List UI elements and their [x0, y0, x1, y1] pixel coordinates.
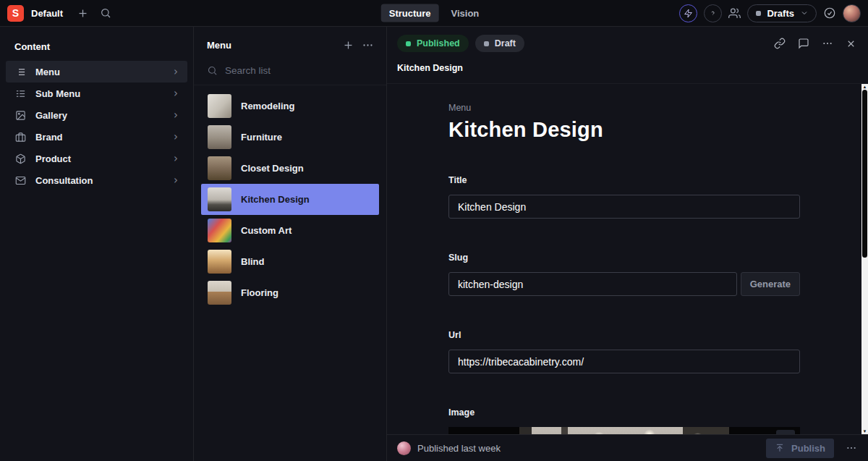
- publish-icon: [775, 443, 785, 453]
- publish-button[interactable]: Publish: [766, 439, 834, 458]
- close-icon[interactable]: [846, 38, 856, 49]
- list-item-remodeling[interactable]: Remodeling: [201, 90, 379, 122]
- search-icon: [207, 65, 218, 76]
- list-item-kitchen-design[interactable]: Kitchen Design: [201, 184, 379, 215]
- sidebar-item-menu[interactable]: Menu ›: [6, 61, 187, 83]
- document-thumbnail: [208, 187, 231, 211]
- document-heading: Kitchen Design: [448, 118, 800, 142]
- published-badge[interactable]: Published: [397, 35, 469, 52]
- image-menu-button[interactable]: [776, 430, 795, 434]
- tab-vision[interactable]: Vision: [443, 4, 488, 22]
- document-title: Flooring: [241, 287, 278, 298]
- plus-icon: [77, 7, 89, 20]
- sidebar-item-label: Sub Menu: [35, 88, 174, 99]
- title-field-label: Title: [448, 175, 800, 185]
- list-menu-button[interactable]: [358, 35, 378, 55]
- help-button[interactable]: [704, 4, 722, 22]
- draft-badge-label: Draft: [495, 38, 516, 48]
- slug-field-label: Slug: [448, 253, 800, 263]
- url-input[interactable]: [448, 350, 800, 373]
- new-document-button[interactable]: [73, 4, 93, 23]
- image-field-label: Image: [448, 407, 800, 418]
- scrollbar[interactable]: ▲ ▼: [861, 84, 868, 434]
- chevron-right-icon: ›: [174, 153, 178, 164]
- sub-list-icon: [15, 88, 26, 99]
- search-icon: [100, 7, 111, 19]
- package-icon: [15, 153, 26, 164]
- create-document-button[interactable]: [339, 35, 358, 55]
- sidebar-item-label: Brand: [35, 132, 174, 143]
- url-field-label: Url: [448, 330, 800, 340]
- workspace-name[interactable]: Default: [31, 8, 63, 19]
- slug-input[interactable]: [448, 272, 737, 296]
- document-title: Kitchen Design: [241, 194, 310, 205]
- document-thumbnail: [208, 125, 231, 149]
- editor-footer: Published last week Publish: [387, 434, 868, 461]
- actions-button[interactable]: [679, 4, 697, 22]
- document-title: Closet Design: [241, 163, 304, 174]
- sidebar-title: Content: [0, 31, 193, 61]
- copy-link-icon[interactable]: [774, 38, 786, 49]
- publish-button-label: Publish: [791, 443, 825, 454]
- content-sidebar: Content Menu › Sub Menu › Gallery ›: [0, 27, 194, 461]
- list-item-blind[interactable]: Blind: [201, 246, 379, 277]
- document-thumbnail: [208, 250, 231, 274]
- list-item-furniture[interactable]: Furniture: [201, 122, 379, 153]
- list-item-closet-design[interactable]: Closet Design: [201, 153, 379, 184]
- envelope-icon: [15, 175, 26, 186]
- search-button[interactable]: [95, 4, 115, 23]
- ellipsis-icon: [846, 442, 857, 454]
- list-search[interactable]: [194, 59, 386, 85]
- tool-tabs: Structure Vision: [381, 4, 488, 22]
- document-title: Custom Art: [241, 225, 292, 236]
- users-button[interactable]: [728, 4, 741, 23]
- document-menu-icon[interactable]: [822, 38, 833, 49]
- document-thumbnail: [208, 281, 231, 305]
- perspective-selector[interactable]: Drafts: [747, 4, 817, 22]
- document-list: Remodeling Furniture Closet Design Kitch…: [194, 85, 386, 313]
- sidebar-item-sub-menu[interactable]: Sub Menu ›: [6, 83, 187, 104]
- footer-menu-button[interactable]: [841, 439, 861, 458]
- scroll-up-arrow-icon[interactable]: ▲: [861, 84, 868, 90]
- top-bar: S Default Structure Vision: [0, 0, 868, 27]
- user-avatar[interactable]: [843, 4, 861, 22]
- sanity-logo[interactable]: S: [7, 5, 24, 22]
- document-type-label: Menu: [448, 103, 800, 113]
- breadcrumb[interactable]: Kitchen Design: [397, 63, 463, 73]
- kitchen-image: [519, 427, 729, 434]
- list-item-flooring[interactable]: Flooring: [201, 277, 379, 308]
- search-input[interactable]: [225, 65, 348, 76]
- sidebar-item-gallery[interactable]: Gallery ›: [6, 104, 187, 126]
- scroll-down-arrow-icon[interactable]: ▼: [861, 428, 868, 434]
- sidebar-item-product[interactable]: Product ›: [6, 148, 187, 169]
- tab-structure[interactable]: Structure: [381, 4, 439, 22]
- draft-badge[interactable]: Draft: [475, 35, 524, 52]
- draft-dot-icon: [484, 41, 489, 46]
- sidebar-item-label: Menu: [35, 67, 174, 77]
- document-title: Furniture: [241, 132, 282, 143]
- editor-scroll-area: Menu Kitchen Design Title Slug Generate …: [387, 84, 868, 434]
- sidebar-item-brand[interactable]: Brand ›: [6, 126, 187, 148]
- comments-icon[interactable]: [798, 38, 809, 49]
- document-thumbnail: [208, 219, 231, 242]
- sidebar-item-consultation[interactable]: Consultation ›: [6, 169, 187, 191]
- sidebar-item-label: Product: [35, 153, 174, 164]
- plus-icon: [342, 39, 354, 51]
- document-thumbnail: [208, 156, 231, 180]
- title-input[interactable]: [448, 195, 800, 219]
- list-item-custom-art[interactable]: Custom Art: [201, 215, 379, 246]
- image-preview[interactable]: [448, 427, 800, 434]
- changes-saved-icon[interactable]: [823, 7, 836, 20]
- scrollbar-thumb[interactable]: [862, 90, 867, 258]
- perspective-dot-icon: [756, 11, 761, 16]
- ellipsis-icon: [780, 434, 791, 435]
- document-list-pane: Menu Remodeling: [194, 27, 387, 461]
- chevron-down-icon: [800, 9, 809, 17]
- briefcase-icon: [15, 132, 26, 143]
- lightning-icon: [684, 9, 693, 18]
- generate-slug-button[interactable]: Generate: [741, 272, 800, 296]
- users-icon: [728, 7, 741, 20]
- chevron-right-icon: ›: [174, 67, 178, 77]
- document-thumbnail: [208, 94, 231, 118]
- image-icon: [15, 110, 26, 121]
